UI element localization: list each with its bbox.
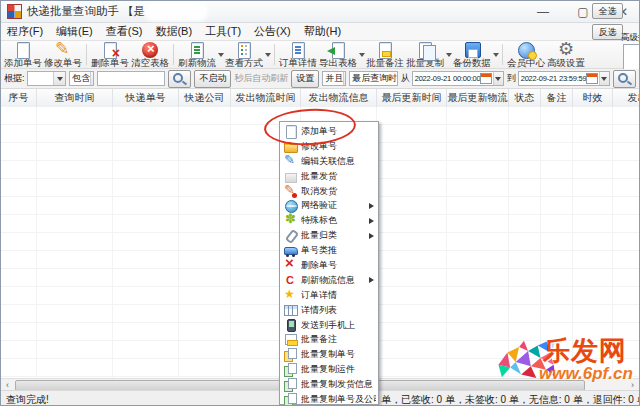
menu-item-icon (284, 363, 297, 376)
context-menu: 添加单号 修改单号 编辑关联信息 批量发货 取消发货 网络验证 (279, 121, 379, 405)
toolbar-button[interactable]: 批量复制 (405, 41, 445, 68)
select-all-button[interactable]: 全选 (592, 3, 623, 19)
toolbar-separator (274, 44, 275, 65)
date-search-button[interactable] (613, 70, 636, 88)
toolbar-dropdown-arrow[interactable] (492, 41, 499, 68)
table-body-column (377, 107, 447, 378)
context-menu-item[interactable]: 批量复制发货信息 (280, 377, 378, 392)
table-column-header[interactable]: 最后更新时间 (377, 89, 447, 107)
context-menu-item[interactable]: 批量复制单号及公司 (280, 392, 378, 406)
context-menu-item[interactable]: 取消发货 (280, 184, 378, 199)
context-menu-item[interactable]: 批量备注 (280, 332, 378, 347)
table-column-header[interactable]: 发出物流信息 (301, 89, 377, 107)
title-bar: 快递批量查询助手 【是 — ▢ ✕ (1, 1, 639, 23)
table-column-header[interactable]: 状态 (509, 89, 541, 107)
watermark-url: www.6pf.cn (539, 364, 633, 384)
toolbar-button[interactable]: 导出表格 (318, 41, 358, 68)
table-column-header[interactable]: 快递单号 (113, 89, 179, 107)
table-column-header[interactable]: 发出日期 (613, 89, 640, 107)
toolbar-button[interactable]: 订单详情 (278, 41, 318, 68)
menu-item-icon (284, 304, 297, 317)
menubar-item[interactable]: 数据(B) (155, 24, 192, 39)
context-menu-item[interactable]: 批量复制运件 (280, 362, 378, 377)
table-body-column (179, 107, 231, 378)
redacted-title-area (147, 5, 205, 18)
context-menu-item[interactable]: 删除单号 (280, 258, 378, 273)
toolbar-button[interactable]: 删除单号 (90, 41, 130, 68)
context-menu-item[interactable]: 批量归类 (280, 228, 378, 243)
toolbar-button-icon (99, 42, 121, 57)
watermark: 乐发网 www.6pf.cn (495, 333, 640, 391)
auto-refresh-toggle-button[interactable]: 不启动 (194, 70, 231, 88)
toolbar-button-icon (139, 42, 161, 57)
table-column-header[interactable]: 快递公司 (179, 89, 231, 107)
filter-by-label: 根据: (4, 72, 25, 85)
toolbar-button-icon (374, 42, 396, 57)
submenu-arrow-icon (369, 203, 376, 209)
toolbar-button[interactable]: 修改单号 (43, 41, 83, 68)
maximize-button[interactable]: ▢ (575, 1, 591, 23)
time-field-combobox[interactable]: 最后查询时间 (349, 71, 397, 86)
context-menu-item[interactable]: 特殊标色 (280, 213, 378, 228)
toolbar-button[interactable]: 批量备注 (365, 41, 405, 68)
chevron-down-icon (493, 72, 503, 85)
toolbar-dropdown-arrow[interactable] (358, 41, 365, 68)
table-column-header[interactable]: 序号 (1, 89, 37, 107)
table-column-header[interactable]: 查询时间 (37, 89, 113, 107)
menu-item-icon (284, 229, 297, 242)
calendar-icon (586, 73, 598, 84)
invert-select-button[interactable]: 反选 (592, 24, 623, 40)
menubar-item[interactable]: 程序(F) (7, 24, 43, 39)
toolbar-button[interactable]: 添加单号 (3, 41, 43, 68)
date-to-field[interactable]: 2022-09-21 23:59:59 (518, 71, 610, 86)
context-menu-item[interactable]: 单号类推 (280, 243, 378, 258)
context-menu-item[interactable]: 发送到手机上 (280, 318, 378, 333)
context-menu-item[interactable]: 编辑关联信息 (280, 154, 378, 169)
app-icon (7, 4, 22, 19)
minimize-button[interactable]: — (535, 1, 551, 23)
menubar-item[interactable]: 编辑(E) (56, 24, 93, 39)
toolbar-button-icon (233, 42, 255, 57)
toolbar-separator (173, 44, 174, 65)
settings-button[interactable]: 设置 (291, 70, 319, 88)
table-column-header[interactable]: 发出物流时间 (231, 89, 301, 107)
filter-keyword-input[interactable] (97, 71, 165, 86)
toolbar-button-icon (186, 42, 208, 57)
chevron-down-icon (90, 72, 94, 85)
toolbar-button[interactable]: 高级设置 (546, 41, 586, 68)
match-mode-combobox[interactable]: 包含 (69, 71, 94, 86)
logic-combobox[interactable]: 并且 (322, 71, 346, 86)
filter-search-button[interactable] (168, 70, 191, 88)
date-from-field[interactable]: 2022-09-21 00:00:00 (412, 71, 504, 86)
table-body-column (37, 107, 113, 378)
table-column-header[interactable]: 最后更新物流 (447, 89, 509, 107)
submenu-arrow-icon (369, 233, 376, 239)
toolbar-button[interactable]: 刷新物流 (177, 41, 217, 68)
table-column-header[interactable]: 时效 (573, 89, 613, 107)
toolbar-button[interactable]: 查看方式 (224, 41, 264, 68)
toolbar-dropdown-arrow[interactable] (445, 41, 452, 68)
toolbar-dropdown-arrow[interactable] (264, 41, 271, 68)
toolbar-button[interactable]: 备份数据 (452, 41, 492, 68)
menu-bar: 程序(F)编辑(E)查看(S)数据(B)工具(T)公告(X)帮助(H) (1, 23, 639, 41)
menubar-item[interactable]: 工具(T) (205, 24, 241, 39)
menu-item-icon (284, 319, 297, 332)
from-label: 从 (401, 72, 410, 85)
menu-item-icon (284, 393, 297, 406)
menubar-item[interactable]: 查看(S) (106, 24, 143, 39)
table-column-header[interactable]: 备注 (541, 89, 573, 107)
table-body-column (1, 107, 37, 378)
toolbar-button[interactable]: 会员中心 (506, 41, 546, 68)
menu-item-icon (284, 185, 297, 198)
toolbar-separator (86, 44, 87, 65)
toolbar-button-icon (461, 42, 483, 57)
filter-field-combobox[interactable] (27, 71, 67, 86)
toolbar-dropdown-arrow[interactable] (217, 41, 224, 68)
context-menu-item[interactable]: 刷新物流信息 (280, 273, 378, 288)
menubar-item[interactable]: 帮助(H) (304, 24, 341, 39)
menubar-item[interactable]: 公告(X) (254, 24, 291, 39)
toolbar-button[interactable]: 清空表格 (130, 41, 170, 68)
context-menu-item[interactable]: 详情列表 (280, 303, 378, 318)
context-menu-item[interactable]: 订单详情 (280, 288, 378, 303)
context-menu-item[interactable]: 批量复制单号 (280, 347, 378, 362)
